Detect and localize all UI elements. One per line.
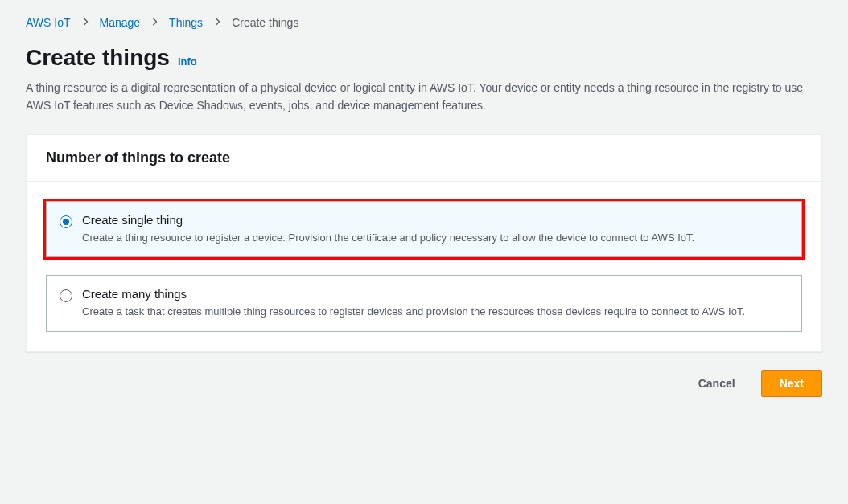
page-title-row: Create things Info [26, 45, 822, 71]
cancel-button[interactable]: Cancel [684, 371, 750, 396]
action-bar: Cancel Next [26, 370, 822, 397]
option-create-many-things[interactable]: Create many things Create a task that cr… [46, 275, 802, 332]
breadcrumb-link-aws-iot[interactable]: AWS IoT [26, 16, 71, 29]
option-title: Create many things [82, 287, 745, 301]
breadcrumb-link-things[interactable]: Things [169, 16, 203, 29]
panel-heading: Number of things to create [46, 150, 802, 166]
breadcrumb-current: Create things [232, 16, 298, 29]
breadcrumb: AWS IoT Manage Things Create things [26, 16, 822, 29]
option-text: Create many things Create a task that cr… [82, 287, 745, 320]
panel-number-of-things: Number of things to create Create single… [26, 134, 822, 352]
option-description: Create a thing resource to register a de… [82, 230, 694, 246]
chevron-right-icon [151, 17, 158, 28]
radio-selected-icon [60, 215, 72, 228]
option-description: Create a task that creates multiple thin… [82, 304, 745, 320]
page-description: A thing resource is a digital representa… [26, 79, 814, 115]
chevron-right-icon [82, 17, 89, 28]
info-link[interactable]: Info [178, 55, 197, 68]
option-text: Create single thing Create a thing resou… [82, 213, 694, 246]
panel-header: Number of things to create [27, 135, 821, 182]
panel-body: Create single thing Create a thing resou… [27, 182, 821, 351]
breadcrumb-link-manage[interactable]: Manage [100, 16, 141, 29]
radio-unselected-icon [60, 289, 72, 302]
page-title: Create things [26, 45, 170, 71]
next-button[interactable]: Next [761, 370, 822, 397]
chevron-right-icon [214, 17, 220, 28]
option-create-single-thing[interactable]: Create single thing Create a thing resou… [46, 201, 802, 258]
option-title: Create single thing [82, 213, 694, 227]
